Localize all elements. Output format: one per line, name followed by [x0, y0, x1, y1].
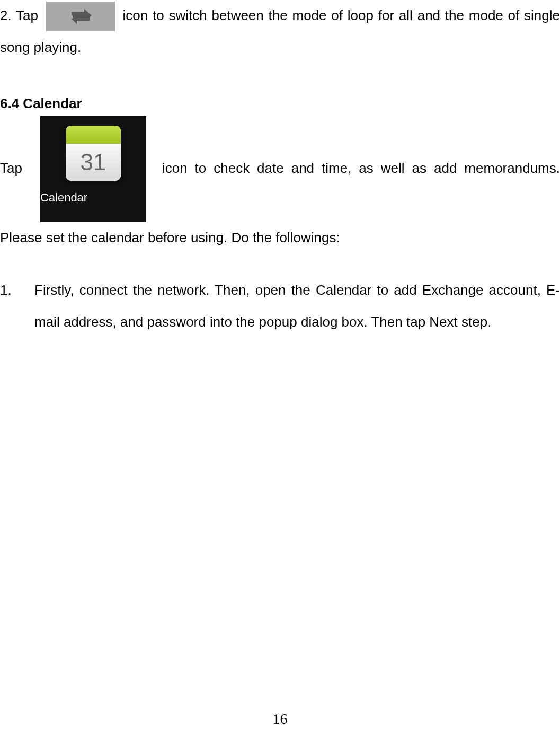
ordered-list-item-1: 1. Firstly, connect the network. Then, o…: [0, 275, 560, 338]
section-heading-calendar: 6.4 Calendar: [0, 95, 560, 112]
calendar-day-number: 31: [80, 135, 106, 181]
list-item-number: 1.: [0, 275, 34, 338]
calendar-tile-body: 31: [66, 144, 121, 181]
list-item-body: Firstly, connect the network. Then, open…: [34, 275, 560, 338]
loop-arrows-icon: [68, 6, 93, 27]
paragraph-loop-mode: 2. Tap icon to switch between the mode o…: [0, 0, 560, 64]
text-before-loop-icon: 2. Tap: [0, 7, 38, 23]
document-page: 2. Tap icon to switch between the mode o…: [0, 0, 560, 737]
calendar-icon-label: Calendar: [40, 185, 146, 212]
page-number: 16: [0, 710, 560, 727]
loop-icon: [46, 2, 115, 31]
paragraph-calendar: Tap 31 Calendar icon to check date and t…: [0, 116, 560, 254]
text-before-calendar-icon: Tap: [0, 160, 22, 176]
calendar-tile-icon: 31: [66, 126, 121, 181]
calendar-app-icon: 31 Calendar: [40, 116, 146, 222]
